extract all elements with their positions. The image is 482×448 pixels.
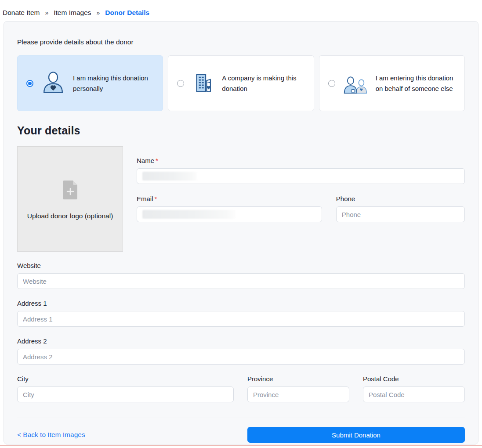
upload-donor-logo-dropzone[interactable]: Upload donor logo (optional) (17, 146, 123, 252)
postal-code-label: Postal Code (363, 375, 465, 383)
breadcrumb: Donate Item » Item Images » Donor Detail… (0, 0, 482, 19)
phone-label: Phone (336, 195, 465, 202)
website-label: Website (17, 262, 465, 269)
province-text-input[interactable] (253, 391, 344, 398)
redacted-email-value (142, 210, 236, 219)
bottom-accent-line (0, 445, 482, 446)
email-label: Email* (137, 195, 322, 202)
province-label: Province (247, 375, 349, 383)
postal-code-input[interactable] (363, 387, 465, 402)
province-input[interactable] (247, 387, 349, 402)
radio-company[interactable] (177, 80, 184, 87)
two-people-icon (342, 73, 369, 94)
city-province-postal-row: City Province Postal Code (17, 375, 465, 402)
breadcrumb-item-images[interactable]: Item Images (54, 9, 91, 17)
option-personal-donation[interactable]: I am making this donation personally (17, 55, 163, 111)
address2-label: Address 2 (17, 337, 465, 345)
name-email-phone-column: Name* Email* Phone (137, 146, 465, 252)
redacted-name-value (142, 172, 197, 181)
back-to-item-images-link[interactable]: < Back to Item Images (17, 431, 85, 439)
radio-behalf[interactable] (328, 80, 335, 87)
city-input[interactable] (17, 387, 234, 402)
email-input[interactable] (137, 206, 322, 222)
upload-donor-logo-label: Upload donor logo (optional) (27, 212, 113, 220)
city-label: City (17, 375, 234, 383)
breadcrumb-separator: » (97, 9, 100, 16)
address1-input[interactable] (17, 311, 465, 327)
breadcrumb-separator: » (45, 9, 48, 16)
details-top-row: Upload donor logo (optional) Name* Email… (17, 146, 465, 252)
file-plus-icon (58, 178, 83, 204)
website-text-input[interactable] (23, 278, 459, 285)
intro-text: Please provide details about the donor (17, 38, 465, 46)
donor-details-panel: Please provide details about the donor I… (4, 21, 478, 444)
address1-text-input[interactable] (23, 315, 459, 323)
name-label: Name* (137, 157, 465, 164)
address1-label: Address 1 (17, 300, 465, 307)
name-input[interactable] (137, 168, 465, 184)
address2-input[interactable] (17, 349, 465, 365)
donor-type-options: I am making this donation personally (17, 55, 465, 111)
option-behalf-label: I am entering this donation on behalf of… (376, 73, 457, 94)
option-personal-label: I am making this donation personally (73, 73, 156, 94)
footer-actions: < Back to Item Images Submit Donation (17, 427, 465, 443)
address2-text-input[interactable] (23, 353, 459, 361)
required-asterisk: * (156, 157, 158, 164)
postal-code-text-input[interactable] (369, 391, 459, 398)
option-company-label: A company is making this donation (222, 73, 306, 94)
person-heart-icon (40, 71, 66, 96)
page-title: Your details (17, 124, 465, 137)
website-input[interactable] (17, 273, 465, 289)
phone-input[interactable] (336, 206, 465, 222)
required-asterisk: * (155, 195, 157, 202)
option-behalf-donation[interactable]: I am entering this donation on behalf of… (319, 55, 465, 111)
option-company-donation[interactable]: A company is making this donation (168, 55, 314, 111)
breadcrumb-donor-details: Donor Details (105, 9, 149, 17)
breadcrumb-donate-item[interactable]: Donate Item (3, 9, 40, 17)
footer-divider (17, 418, 465, 418)
company-building-heart-icon (191, 72, 215, 95)
submit-donation-button[interactable]: Submit Donation (247, 427, 465, 443)
city-text-input[interactable] (23, 391, 228, 398)
phone-text-input[interactable] (342, 211, 459, 218)
radio-personal-selected[interactable] (26, 80, 33, 87)
